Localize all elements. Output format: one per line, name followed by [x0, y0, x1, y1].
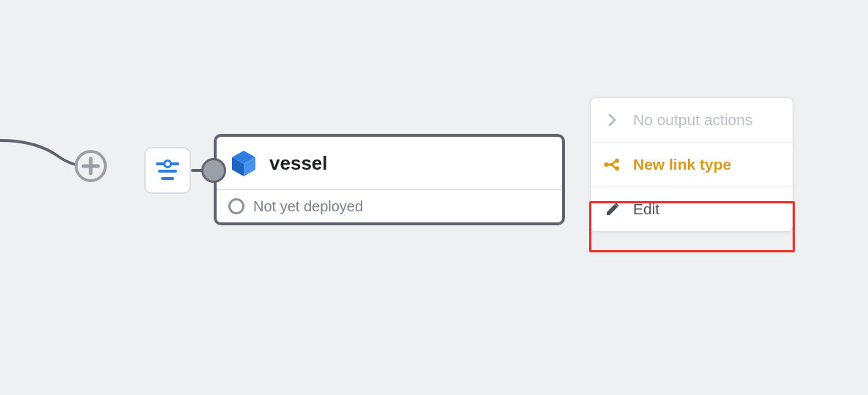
cube-icon — [227, 146, 261, 180]
filter-node[interactable] — [144, 147, 191, 194]
card-title: vessel — [269, 152, 328, 175]
chevron-right-icon — [604, 111, 621, 129]
menu-item-no-output: No output actions — [591, 98, 793, 142]
pencil-icon — [604, 200, 621, 218]
menu-label-no-output: No output actions — [633, 111, 752, 129]
menu-item-edit[interactable]: Edit — [591, 187, 793, 231]
svg-point-8 — [615, 159, 619, 163]
menu-label-edit: Edit — [633, 200, 659, 218]
entity-card[interactable]: vessel Not yet deployed — [214, 134, 565, 225]
svg-point-9 — [615, 166, 619, 170]
plus-icon — [81, 156, 101, 176]
input-port[interactable] — [201, 158, 226, 183]
add-node-button[interactable] — [75, 150, 107, 182]
menu-label-new-link: New link type — [633, 156, 731, 173]
status-empty-icon — [228, 198, 244, 214]
status-label: Not yet deployed — [253, 198, 363, 215]
context-menu: No output actions New link type Edit — [590, 97, 793, 232]
filter-icon — [154, 157, 181, 184]
link-branch-icon — [604, 156, 621, 173]
menu-item-new-link[interactable]: New link type — [591, 143, 793, 187]
svg-point-1 — [165, 161, 171, 168]
card-header: vessel — [217, 137, 562, 189]
card-status-row: Not yet deployed — [217, 190, 562, 222]
